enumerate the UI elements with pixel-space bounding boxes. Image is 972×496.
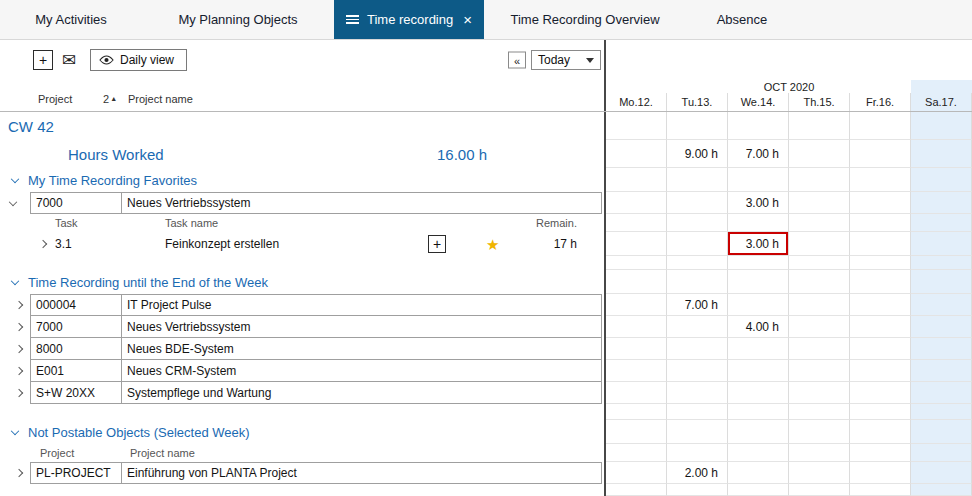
day-cell[interactable] [728,294,789,316]
project-name-cell[interactable]: IT Project Pulse [122,294,602,316]
project-name-cell[interactable]: Neues Vertriebssystem [122,192,602,214]
day-cell[interactable] [667,192,728,214]
day-cell[interactable] [789,360,850,382]
day-cell[interactable] [911,462,972,484]
day-cell[interactable] [728,462,789,484]
day-cell[interactable]: 7.00 h [728,140,789,168]
close-icon[interactable]: × [463,12,472,27]
expand-icon[interactable] [15,367,23,375]
day-cell [606,168,667,192]
day-cell[interactable] [850,316,911,338]
day-cell[interactable] [789,294,850,316]
collapse-icon[interactable] [11,175,19,183]
day-cell[interactable]: 2.00 h [667,462,728,484]
previous-button[interactable]: « [508,52,526,69]
expand-icon[interactable] [15,345,23,353]
project-id-cell[interactable]: S+W 20XX [30,382,122,404]
day-cell[interactable] [850,462,911,484]
project-id-cell[interactable]: 000004 [30,294,122,316]
project-id-cell[interactable]: PL-PROJECT [30,462,122,484]
tab-my-activities[interactable]: My Activities [0,0,142,39]
day-cell[interactable] [850,294,911,316]
day-cell[interactable]: 3.00 h [728,232,789,256]
day-cell[interactable] [911,192,972,214]
day-cell[interactable] [911,382,972,404]
day-cell[interactable] [606,338,667,360]
project-id-cell[interactable]: 7000 [30,316,122,338]
day-cell [667,444,728,462]
mail-icon[interactable]: ✉ [62,52,76,69]
day-cell[interactable] [606,360,667,382]
expand-icon[interactable] [15,389,23,397]
project-id-cell[interactable]: 8000 [30,338,122,360]
day-cell[interactable] [850,140,911,168]
day-cell[interactable] [667,338,728,360]
day-cell[interactable] [850,232,911,256]
day-cell[interactable]: 4.00 h [728,316,789,338]
day-cell[interactable] [728,338,789,360]
calendar-cells-row [606,214,972,232]
day-cell[interactable] [606,232,667,256]
project-name-column-header[interactable]: Project name [128,93,193,105]
day-cell[interactable] [789,232,850,256]
day-cell[interactable]: 3.00 h [728,192,789,214]
day-cell[interactable] [850,382,911,404]
collapse-icon[interactable] [11,427,19,435]
day-cell[interactable] [667,316,728,338]
day-cell[interactable] [667,232,728,256]
expand-icon[interactable] [15,323,23,331]
day-cell[interactable] [606,316,667,338]
tab-my-planning-objects[interactable]: My Planning Objects [142,0,334,39]
day-cell[interactable] [667,360,728,382]
day-cell[interactable] [789,338,850,360]
day-cell[interactable] [911,140,972,168]
project-id-cell[interactable]: E001 [30,360,122,382]
day-cell[interactable] [850,360,911,382]
day-cell[interactable] [911,338,972,360]
expand-icon[interactable] [15,301,23,309]
day-cell[interactable] [789,192,850,214]
tab-time-recording-overview[interactable]: Time Recording Overview [484,0,686,39]
tab-absence[interactable]: Absence [686,0,798,39]
expand-icon[interactable] [9,198,17,206]
tab-time-recording[interactable]: Time recording × [334,0,484,39]
day-cell[interactable] [911,232,972,256]
today-button[interactable]: Today [531,50,601,70]
day-cell[interactable] [667,382,728,404]
day-cell[interactable] [728,360,789,382]
project-name-cell[interactable]: Neues Vertriebssystem [122,316,602,338]
day-cell[interactable] [606,462,667,484]
day-cell[interactable] [789,382,850,404]
menu-icon[interactable] [346,15,359,24]
day-cell[interactable]: 9.00 h [667,140,728,168]
daily-view-button[interactable]: Daily view [90,49,187,71]
day-cell[interactable] [606,192,667,214]
day-cell[interactable] [606,382,667,404]
project-name-cell[interactable]: Neues CRM-System [122,360,602,382]
sort-asc-icon: ▲ [110,95,117,102]
project-column-header[interactable]: Project [38,93,72,105]
day-cell[interactable] [911,294,972,316]
day-cell[interactable] [606,140,667,168]
day-cell[interactable] [850,192,911,214]
day-cell[interactable]: 7.00 h [667,294,728,316]
day-cell[interactable] [789,316,850,338]
project-name-cell[interactable]: Neues BDE-System [122,338,602,360]
day-cell[interactable] [728,382,789,404]
expand-icon[interactable] [39,240,47,248]
day-cell[interactable] [850,338,911,360]
day-cell[interactable] [911,360,972,382]
collapse-icon[interactable] [11,277,19,285]
day-cell[interactable] [911,316,972,338]
project-name-cell[interactable]: Einführung von PLANTA Project [122,462,602,484]
day-cell [789,214,850,232]
expand-icon[interactable] [15,469,23,477]
project-id-cell[interactable]: 7000 [30,192,122,214]
add-button[interactable]: + [33,50,53,70]
day-cell[interactable] [606,294,667,316]
day-cell[interactable] [789,462,850,484]
day-cell[interactable] [789,140,850,168]
favorite-star-icon[interactable]: ★ [486,237,499,252]
add-booking-button[interactable]: + [428,235,446,253]
project-name-cell[interactable]: Systempflege und Wartung [122,382,602,404]
